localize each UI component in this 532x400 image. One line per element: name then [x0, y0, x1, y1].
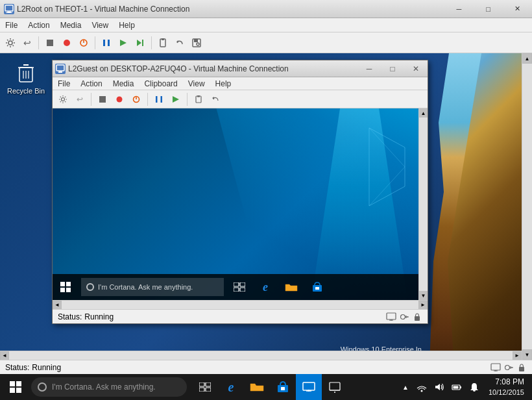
toolbar-sep-3 — [151, 36, 152, 49]
svg-rect-25 — [156, 96, 158, 103]
inner-menu-file[interactable]: File — [53, 78, 75, 90]
inner-start-button[interactable] — [53, 274, 79, 300]
outer-search-icon — [38, 382, 47, 392]
outer-menu-media[interactable]: Media — [55, 19, 87, 31]
inner-taskbar-edge[interactable]: e — [252, 274, 278, 300]
outer-titlebar-buttons: ─ □ ✕ — [444, 0, 532, 18]
outer-systray-volume[interactable] — [431, 374, 448, 400]
svg-rect-26 — [161, 96, 163, 103]
inner-search-bar[interactable]: I'm Cortana. Ask me anything. — [81, 278, 224, 296]
inner-toolbar-settings-btn[interactable] — [55, 92, 71, 107]
outer-h-scroll-left[interactable]: ◄ — [0, 351, 9, 360]
inner-toolbar-stop-btn[interactable] — [95, 92, 110, 107]
outer-systray-notifications[interactable] — [466, 374, 483, 400]
svg-rect-34 — [234, 282, 239, 286]
outer-scrollbar-v[interactable]: ▲ ▼ — [522, 53, 532, 360]
svg-rect-29 — [197, 95, 200, 97]
outer-systray-chevron[interactable]: ▲ — [398, 374, 413, 400]
inner-status-bar: Status: Running — [53, 309, 428, 323]
outer-network-icon — [328, 381, 341, 394]
svg-point-44 — [505, 365, 510, 369]
inner-menu-help[interactable]: Help — [210, 78, 237, 90]
inner-h-scroll-right[interactable]: ► — [418, 301, 428, 310]
inner-menu-media[interactable]: Media — [108, 78, 139, 90]
toolbar-record-btn[interactable] — [59, 35, 75, 51]
toolbar-next-btn[interactable] — [132, 35, 148, 51]
inner-taskbar-explorer[interactable] — [278, 274, 304, 300]
inner-status-value: Running — [84, 312, 114, 321]
outer-start-button[interactable] — [0, 374, 31, 400]
toolbar-back-btn[interactable]: ↩ — [19, 35, 35, 51]
outer-menu-action[interactable]: Action — [23, 19, 54, 31]
outer-systray: ▲ — [398, 374, 532, 400]
toolbar-clipboard-btn[interactable] — [155, 35, 171, 51]
outer-menu-help[interactable]: Help — [114, 19, 140, 31]
svg-marker-27 — [173, 96, 179, 103]
svg-rect-2 — [6, 12, 12, 13]
outer-scroll-down-btn[interactable]: ▼ — [522, 349, 532, 360]
outer-lock-icon — [516, 362, 527, 373]
outer-taskview-btn[interactable] — [192, 374, 218, 400]
outer-scroll-up-btn[interactable]: ▲ — [522, 53, 532, 64]
inner-toolbar-pause-btn[interactable] — [151, 92, 167, 107]
inner-close-button[interactable]: ✕ — [404, 60, 428, 77]
inner-toolbar-play-btn[interactable] — [168, 92, 184, 107]
outer-volume-icon — [434, 382, 444, 392]
svg-rect-51 — [281, 387, 285, 390]
outer-status-icons — [490, 362, 527, 373]
inner-scroll-up-btn[interactable]: ▲ — [419, 108, 428, 118]
svg-line-32 — [369, 128, 405, 167]
toolbar-pause-btn[interactable] — [99, 35, 114, 51]
toolbar-stop-btn[interactable] — [42, 35, 58, 51]
inner-search-placeholder: I'm Cortana. Ask me anything. — [98, 283, 193, 291]
inner-menu-view[interactable]: View — [183, 78, 210, 90]
outer-menu-view[interactable]: View — [86, 19, 114, 31]
inner-h-scroll-left[interactable]: ◄ — [53, 301, 62, 310]
outer-maximize-button[interactable]: □ — [474, 0, 503, 18]
inner-toolbar-back-btn[interactable]: ↩ — [72, 92, 88, 107]
inner-scroll-down-btn[interactable]: ▼ — [419, 291, 428, 300]
inner-toolbar-record-btn[interactable] — [112, 92, 127, 107]
inner-menu-clipboard[interactable]: Clipboard — [139, 78, 182, 90]
inner-toolbar-clipboard-btn[interactable] — [191, 92, 206, 107]
inner-toolbar-sep-3 — [187, 93, 187, 106]
toolbar-undo-btn[interactable] — [172, 35, 187, 51]
inner-toolbar-power-btn[interactable] — [128, 92, 144, 107]
outer-store-icon — [276, 381, 289, 394]
outer-systray-clock[interactable]: 7:08 PM 10/12/2015 — [483, 377, 529, 397]
inner-scrollbar-v[interactable]: ▲ ▼ — [418, 108, 428, 300]
svg-point-5 — [64, 40, 70, 46]
toolbar-shutdown-btn[interactable] — [76, 35, 91, 51]
svg-line-33 — [369, 167, 405, 206]
outer-taskbar-edge[interactable]: e — [218, 374, 244, 400]
outer-systray-network[interactable] — [413, 374, 430, 400]
inner-key-icon — [399, 312, 409, 322]
inner-scroll-track — [419, 118, 428, 291]
outer-h-scroll-right[interactable]: ► — [513, 351, 522, 360]
inner-minimize-button[interactable]: ─ — [357, 60, 381, 77]
inner-taskbar-store[interactable] — [304, 274, 330, 300]
outer-taskview-icon — [199, 382, 211, 392]
outer-taskbar-explorer[interactable] — [244, 374, 270, 400]
outer-close-button[interactable]: ✕ — [503, 0, 532, 18]
win-logo — [330, 121, 408, 212]
outer-taskbar-store[interactable] — [270, 374, 296, 400]
recycle-bin[interactable]: Recycle Bin — [6, 60, 45, 95]
outer-taskbar-vm[interactable] — [296, 374, 322, 400]
inner-taskbar-taskview[interactable] — [226, 274, 252, 300]
toolbar-disk-btn[interactable] — [189, 35, 204, 51]
inner-menu-action[interactable]: Action — [75, 78, 107, 90]
outer-taskbar-network[interactable] — [322, 374, 348, 400]
svg-rect-42 — [415, 316, 420, 321]
svg-point-56 — [420, 390, 422, 392]
inner-maximize-button[interactable]: □ — [381, 60, 404, 77]
inner-vm-title: L2Guest on DESKTOP-A2FUQ4O - Virtual Mac… — [68, 64, 357, 73]
inner-toolbar-undo-btn[interactable] — [208, 92, 223, 107]
outer-systray-battery[interactable] — [448, 374, 465, 400]
outer-search-bar[interactable]: I'm Cortana. Ask me anything. — [31, 377, 187, 397]
toolbar-settings-btn[interactable] — [3, 35, 18, 51]
toolbar-play-btn[interactable] — [115, 35, 131, 51]
outer-minimize-button[interactable]: ─ — [444, 0, 474, 18]
outer-menu-file[interactable]: File — [0, 19, 23, 31]
inner-lock-icon — [412, 312, 422, 322]
